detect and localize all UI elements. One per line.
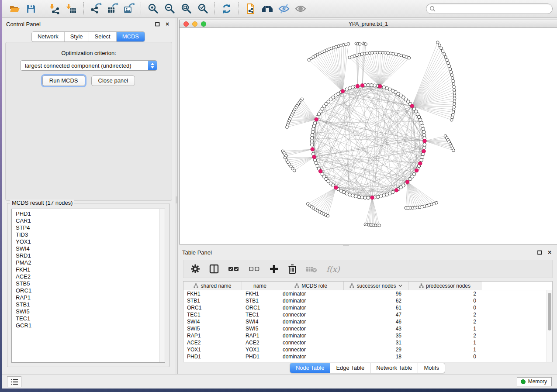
mcds-result-item[interactable]: TID3	[16, 231, 165, 238]
network-node[interactable]	[423, 143, 426, 146]
network-node[interactable]	[436, 41, 439, 44]
delete-row-icon[interactable]	[288, 262, 297, 275]
run-mcds-button[interactable]: Run MCDS	[42, 76, 85, 86]
network-node[interactable]	[363, 196, 367, 199]
close-window-icon[interactable]	[183, 21, 189, 27]
mcds-node[interactable]	[370, 196, 374, 199]
network-node[interactable]	[389, 52, 392, 55]
column-header-name[interactable]: name	[242, 282, 278, 290]
network-node[interactable]	[311, 131, 315, 134]
show-graphics-details-icon[interactable]	[294, 2, 308, 16]
table-row[interactable]: RAP1RAP1dominator352	[183, 332, 552, 339]
network-node[interactable]	[310, 143, 314, 146]
network-node[interactable]	[364, 43, 367, 46]
minimize-window-icon[interactable]	[192, 21, 197, 27]
network-node[interactable]	[412, 172, 416, 176]
network-node[interactable]	[354, 195, 357, 198]
table-row[interactable]: SWI5SWI5connector431	[183, 325, 552, 332]
float-panel-icon[interactable]	[154, 21, 160, 27]
mcds-result-item[interactable]: FKH1	[16, 266, 165, 273]
zoom-fit-icon[interactable]	[179, 2, 193, 16]
mcds-result-item[interactable]: GCR1	[16, 322, 165, 329]
network-node[interactable]	[293, 169, 296, 172]
save-session-icon[interactable]	[24, 2, 38, 16]
network-node[interactable]	[345, 88, 349, 91]
tab-select[interactable]: Select	[89, 32, 116, 41]
network-node[interactable]	[422, 127, 425, 131]
refresh-icon[interactable]	[220, 2, 234, 16]
tab-motifs[interactable]: Motifs	[418, 363, 445, 373]
export-network-icon[interactable]	[89, 2, 103, 16]
mcds-result-item[interactable]: PHD1	[16, 210, 165, 217]
mcds-result-item[interactable]: SRD1	[16, 252, 165, 259]
column-header-shared-name[interactable]: shared name	[183, 282, 242, 290]
add-row-icon[interactable]	[269, 262, 279, 275]
network-node[interactable]	[357, 195, 361, 199]
network-node[interactable]	[286, 126, 289, 129]
network-node[interactable]	[382, 86, 386, 89]
network-node[interactable]	[373, 84, 377, 87]
network-node[interactable]	[358, 43, 361, 46]
network-node[interactable]	[452, 111, 455, 114]
network-node[interactable]	[311, 134, 314, 137]
network-node[interactable]	[394, 53, 398, 56]
network-node[interactable]	[367, 83, 370, 87]
mcds-node[interactable]	[422, 149, 426, 153]
memory-button[interactable]: Memory	[517, 377, 552, 386]
function-builder-icon[interactable]: f(x)	[326, 262, 340, 275]
network-node[interactable]	[453, 97, 456, 100]
network-node[interactable]	[312, 124, 316, 127]
network-node[interactable]	[443, 53, 446, 56]
open-session-icon[interactable]	[7, 2, 21, 16]
mcds-result-item[interactable]: PMA2	[16, 259, 165, 266]
new-network-file-icon[interactable]	[244, 2, 258, 16]
network-node[interactable]	[450, 71, 453, 74]
mcds-result-item[interactable]: YOX1	[16, 238, 165, 245]
tab-network-table[interactable]: Network Table	[370, 363, 418, 373]
mcds-result-item[interactable]: STP4	[16, 224, 165, 231]
panel-divider[interactable]	[175, 18, 178, 374]
table-row[interactable]: SWI4SWI4dominator462	[183, 318, 552, 325]
mcds-node[interactable]	[356, 84, 360, 88]
network-node[interactable]	[446, 62, 450, 65]
divider-grip[interactable]	[176, 196, 177, 203]
mcds-node[interactable]	[405, 180, 409, 184]
mcds-node[interactable]	[341, 89, 345, 93]
table-scrollbar[interactable]	[547, 290, 552, 362]
table-row[interactable]: STB1STB1dominator620	[183, 297, 552, 304]
table-row[interactable]: YOX1YOX1connector291	[183, 346, 552, 353]
network-node[interactable]	[453, 105, 456, 108]
import-network-icon[interactable]	[48, 2, 62, 16]
network-window-titlebar[interactable]: YPA_prune.txt_1	[180, 20, 557, 28]
mcds-node[interactable]	[311, 148, 315, 151]
network-node[interactable]	[453, 94, 456, 97]
column-header-predecessor-nodes[interactable]: predecessor nodes	[408, 282, 481, 290]
network-node[interactable]	[360, 196, 364, 199]
network-node[interactable]	[387, 52, 390, 55]
network-node[interactable]	[441, 50, 444, 53]
network-node[interactable]	[326, 214, 329, 217]
show-columns-icon[interactable]	[209, 262, 219, 275]
search-box[interactable]	[426, 3, 553, 14]
network-node[interactable]	[453, 100, 456, 103]
network-node[interactable]	[370, 83, 373, 87]
mcds-node[interactable]	[318, 169, 322, 173]
network-node[interactable]	[446, 58, 449, 62]
select-all-icon[interactable]	[228, 262, 239, 275]
network-node[interactable]	[449, 68, 452, 71]
network-node[interactable]	[421, 155, 424, 159]
zoom-out-icon[interactable]	[163, 2, 176, 16]
deselect-all-icon[interactable]	[249, 262, 260, 275]
network-node[interactable]	[310, 137, 314, 140]
close-panel-icon[interactable]: ×	[164, 21, 170, 27]
table-row[interactable]: PHD1PHD1dominator180	[183, 353, 552, 360]
column-header-successor-nodes[interactable]: successor nodes	[344, 282, 408, 290]
network-node[interactable]	[438, 44, 441, 47]
network-node[interactable]	[351, 194, 354, 197]
network-node[interactable]	[453, 103, 456, 106]
network-node[interactable]	[367, 196, 370, 199]
close-panel-icon[interactable]: ×	[547, 249, 553, 255]
network-node[interactable]	[378, 224, 381, 227]
export-image-icon[interactable]	[122, 2, 136, 16]
mcds-node[interactable]	[378, 85, 382, 89]
